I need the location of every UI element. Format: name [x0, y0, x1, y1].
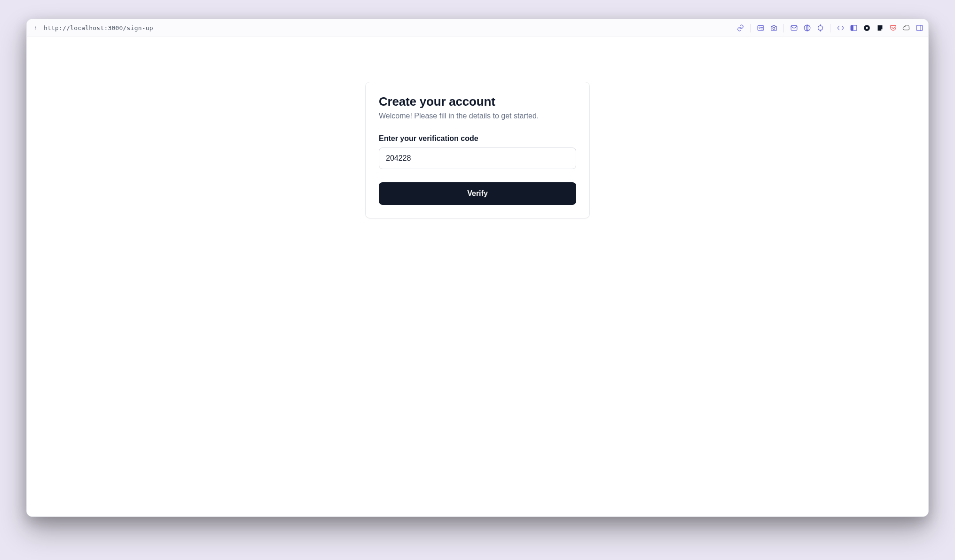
camera-icon[interactable] [769, 24, 778, 32]
verification-code-input[interactable] [379, 148, 576, 169]
id-card-icon[interactable] [756, 24, 765, 32]
svg-rect-0 [758, 26, 764, 31]
cloud-icon[interactable] [902, 24, 910, 32]
url-text[interactable]: http://localhost:3000/sign-up [44, 24, 153, 31]
svg-rect-7 [851, 25, 853, 31]
sticky-note-icon[interactable] [876, 24, 884, 32]
extension-icons [736, 24, 924, 32]
globe-icon[interactable] [803, 24, 811, 32]
browser-window: i http://localhost:3000/sign-up [26, 19, 929, 517]
address-bar: i http://localhost:3000/sign-up [27, 19, 928, 37]
separator-icon [783, 24, 784, 32]
panel-icon[interactable] [915, 24, 924, 32]
circle-dot-icon[interactable] [862, 24, 871, 32]
link-icon[interactable] [736, 24, 744, 32]
separator-icon [750, 24, 751, 32]
separator-icon [830, 24, 830, 32]
card-title: Create your account [379, 94, 576, 109]
verification-code-label: Enter your verification code [379, 134, 576, 143]
svg-rect-10 [916, 25, 923, 31]
chevrons-icon[interactable] [836, 24, 845, 32]
svg-point-1 [759, 27, 760, 28]
svg-point-9 [866, 27, 868, 29]
verify-button[interactable]: Verify [379, 182, 576, 205]
svg-point-5 [818, 26, 822, 31]
signup-card: Create your account Welcome! Please fill… [365, 82, 590, 218]
card-subtitle: Welcome! Please fill in the details to g… [379, 112, 576, 120]
crosshair-icon[interactable] [816, 24, 824, 32]
sidebar-left-icon[interactable] [849, 24, 858, 32]
page-content: Create your account Welcome! Please fill… [27, 37, 928, 516]
pocket-icon[interactable] [889, 24, 897, 32]
mail-icon[interactable] [790, 24, 798, 32]
info-icon[interactable]: i [31, 24, 39, 32]
svg-rect-3 [791, 26, 797, 31]
svg-point-2 [773, 27, 775, 30]
